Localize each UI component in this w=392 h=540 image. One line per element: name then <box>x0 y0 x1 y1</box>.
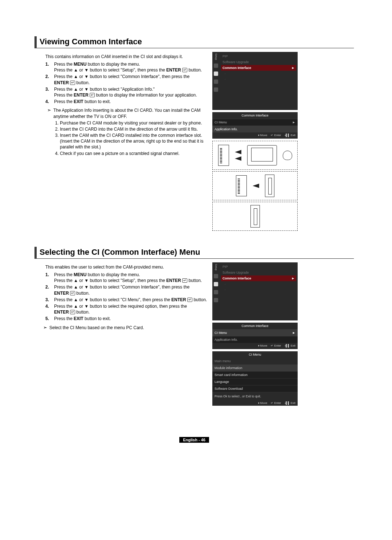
page-footer: English - 46 <box>34 437 354 443</box>
osd-side-gear-icon <box>214 71 218 76</box>
image-column: Setup PIP Software Upgrade Common Interf… <box>209 52 354 232</box>
enter-icon: ↵ <box>90 93 95 97</box>
osd-item-pip: PIP <box>221 264 296 270</box>
enter-icon: ↵ <box>187 298 192 302</box>
enter-icon: ↵ <box>182 278 187 283</box>
arrow-left-icon <box>235 150 241 154</box>
osd-side-icon <box>214 298 218 302</box>
note-lead: The Application Info inserting is about … <box>53 107 209 119</box>
osd-ci-title: Common Interface <box>212 323 298 329</box>
note-item: Check if you can see a picture on a scra… <box>60 151 209 156</box>
intro-text: This enables the user to select from the… <box>45 265 209 270</box>
osd-ci-menu-item: Smart card information <box>212 371 298 378</box>
osd-side-icon <box>214 274 218 278</box>
note-arrow-icon: ➣ <box>43 325 47 331</box>
osd-side-icon <box>214 64 218 68</box>
osd-item-common-interface: Common Interface► <box>221 275 296 281</box>
osd-ci-menu-item: Module information <box>212 364 298 371</box>
osd-side-label: Setup <box>215 53 217 60</box>
osd-side-icon <box>214 79 218 84</box>
enter-icon: ↵ <box>271 401 273 405</box>
osd-footer: ♦Move ↵Enter •▌▌Exit <box>212 132 298 138</box>
enter-icon: ↵ <box>70 81 75 85</box>
osd-item-pip: PIP <box>221 53 296 59</box>
diagram-insert-cam <box>212 171 298 200</box>
osd-ci-menu-hint: Press Ok to select , or Exit to quit. <box>212 392 298 400</box>
step-4: Press the ▲ or ▼ button to select the re… <box>45 303 209 315</box>
osd-subitem: - <box>221 76 296 82</box>
osd-setup-panel: Setup PIP Software Upgrade Common Interf… <box>212 262 298 320</box>
ci-card-icon <box>218 145 229 166</box>
heading-bar: Viewing Common Interface <box>34 36 354 48</box>
hand-icon <box>283 151 292 160</box>
note-item: Insert the CI CARD into the CAM in the d… <box>60 126 209 132</box>
arrow-left-icon <box>253 184 259 188</box>
osd-ci-row-ci-menu: CI Menu► <box>212 329 298 336</box>
osd-side-icon <box>214 87 218 92</box>
osd-side-gear-icon <box>214 282 218 286</box>
diagram-insert-card <box>212 141 298 170</box>
image-column: Setup PIP Software Upgrade Common Interf… <box>209 262 354 408</box>
heading-text: Selecting the CI (Common Interface) Menu <box>40 247 200 258</box>
note-block: ➣ The Application Info inserting is abou… <box>47 107 209 157</box>
tv-slot-with-card-icon <box>250 205 260 228</box>
heading-text: Viewing Common Interface <box>40 36 142 48</box>
diagram-group <box>212 141 354 231</box>
osd-subitem: - <box>221 71 296 76</box>
osd-common-interface-panel: Common Interface CI Menu► Application In… <box>212 112 298 139</box>
section-selecting-ci-menu: Selecting the CI (Common Interface) Menu… <box>34 247 354 408</box>
step-3: Press the ▲ or ▼ button to select "CI Me… <box>45 297 209 303</box>
osd-ci-menu-item: Language <box>212 378 298 385</box>
osd-item-common-interface: Common Interface► <box>221 65 296 71</box>
osd-common-interface-panel: Common Interface CI Menu► Application In… <box>212 323 298 349</box>
intro-text: This contains information on CAM inserte… <box>45 54 209 59</box>
osd-ci-row-ci-menu: CI Menu► <box>212 119 298 126</box>
osd-ci-title: Common Interface <box>212 112 298 119</box>
osd-footer: ♦Move ↵Enter •▌▌Exit <box>212 400 298 406</box>
step-4: Press the EXIT button to exit. <box>45 99 209 105</box>
diagram-installed <box>212 202 298 231</box>
note-sublist: Purchase the CI CAM module by visiting y… <box>53 120 209 156</box>
osd-setup-panel: Setup PIP Software Upgrade Common Interf… <box>212 52 298 110</box>
osd-ci-row-app-info: Application Info. <box>212 336 298 343</box>
updown-icon: ♦ <box>258 401 260 405</box>
osd-item-software-upgrade: Software Upgrade <box>221 59 296 65</box>
tv-rear-icon <box>247 145 277 165</box>
osd-side-icon <box>214 290 218 294</box>
steps-list: Press the MENU button to display the men… <box>34 272 209 331</box>
osd-side-label: Setup <box>215 264 217 270</box>
updown-icon: ♦ <box>258 134 260 137</box>
step-2: Press the ▲ or ▼ button to select "Commo… <box>45 284 209 296</box>
osd-ci-menu-panel: CI Menu Main menu Module information Sma… <box>212 351 298 406</box>
tv-slot-icon <box>265 175 274 197</box>
osd-ci-menu-title: CI Menu <box>212 351 298 358</box>
osd-footer: ♦Move ↵Enter •▌▌Exit <box>212 343 298 348</box>
osd-item-software-upgrade: Software Upgrade <box>221 270 296 275</box>
enter-icon: ↵ <box>182 68 187 72</box>
steps-list: Press the MENU button to display the men… <box>34 61 209 105</box>
note-item: Purchase the CI CAM module by visiting y… <box>60 120 209 126</box>
step-1: Press the MENU button to display the men… <box>45 272 209 283</box>
osd-ci-menu-item: Software Download <box>212 385 298 392</box>
arrow-left-icon <box>235 156 241 161</box>
heading-bar: Selecting the CI (Common Interface) Menu <box>34 247 354 259</box>
updown-icon: ♦ <box>258 344 260 347</box>
enter-icon: ↵ <box>70 291 75 295</box>
exit-icon: •▌▌ <box>285 134 290 137</box>
osd-ci-menu-sub: Main menu <box>212 358 298 364</box>
enter-icon: ↵ <box>271 344 273 347</box>
step-1: Press the MENU button to display the men… <box>45 61 209 73</box>
osd-ci-row-app-info: Application Info. <box>212 126 298 132</box>
section-viewing-common-interface: Viewing Common Interface This contains i… <box>34 36 354 232</box>
page-number: English - 46 <box>179 437 209 443</box>
enter-icon: ↵ <box>70 310 75 314</box>
osd-subitem: - <box>221 281 296 287</box>
note-item: Insert the CAM with the CI CARD installe… <box>60 132 209 150</box>
osd-subitem: - <box>221 287 296 292</box>
step-3: Press the ▲ or ▼ button to select "Appli… <box>45 86 209 98</box>
step-2: Press the ▲ or ▼ button to select "Commo… <box>45 74 209 85</box>
step-5: Press the EXIT button to exit. ➣ Select … <box>45 316 209 331</box>
enter-icon: ↵ <box>271 134 273 137</box>
exit-icon: •▌▌ <box>285 344 290 347</box>
exit-icon: •▌▌ <box>285 401 290 405</box>
